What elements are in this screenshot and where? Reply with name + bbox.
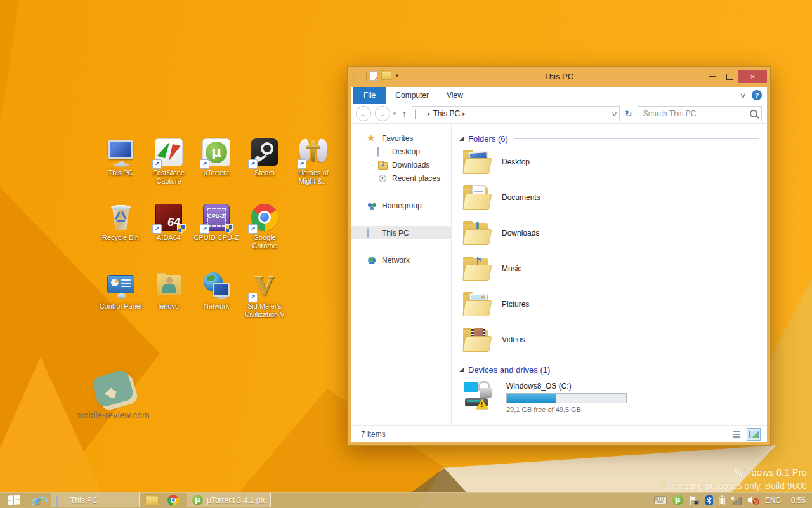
tab-computer[interactable]: Computer: [386, 87, 438, 104]
taskbar-this-pc-button[interactable]: This PC: [51, 493, 140, 507]
desktop-icon-label: Sid Meier's Civilization V: [240, 302, 289, 319]
maximize-button[interactable]: [721, 70, 738, 83]
help-icon[interactable]: ?: [752, 90, 762, 100]
bluetooth-icon[interactable]: [705, 495, 713, 505]
desktop-icon-civ5[interactable]: V ↗ Sid Meier's Civilization V: [240, 271, 289, 319]
capacity-bar: [506, 393, 627, 403]
expand-ribbon-icon[interactable]: ∨: [739, 91, 746, 100]
tab-file[interactable]: File: [353, 87, 386, 104]
navigation-pane: ★ Favorites Desktop ↓ Downloads Recent p…: [351, 124, 452, 425]
nav-label: Homegroup: [382, 201, 422, 210]
desktop-mini-icon: [377, 147, 388, 156]
pictures-folder-icon: [462, 291, 491, 317]
nav-item-network[interactable]: Network: [351, 253, 451, 267]
desktop-icon-this-pc[interactable]: This PC: [96, 137, 145, 177]
address-bar: ← → ▼ ↑ ▸ This PC ▸ ∨ ↻: [351, 104, 767, 124]
desktop-icon-faststone[interactable]: ↗ FastStone Capture: [145, 137, 193, 185]
folder-item-music[interactable]: ♪ Music: [459, 251, 650, 286]
minimize-button[interactable]: [704, 70, 721, 83]
battery-icon[interactable]: [719, 495, 725, 505]
forward-button[interactable]: →: [375, 106, 390, 121]
desktop-root: { "desktop": { "icons": [ {"label": "Thi…: [0, 0, 812, 508]
nav-item-favorites[interactable]: ★ Favorites: [351, 131, 451, 145]
volume-muted-icon[interactable]: [747, 495, 759, 505]
aida64-icon: 64 ↗: [154, 202, 184, 232]
desktop-icon-label: Network: [192, 302, 240, 311]
desktop-folder-icon: [462, 149, 491, 175]
desktop-icon-cpuz[interactable]: CPU-Z ↗ CPUID CPU-Z: [192, 202, 240, 242]
item-count: 7 items: [361, 430, 386, 439]
collapse-group-icon[interactable]: [459, 137, 464, 141]
mobile-review-text: mobile-review.com: [75, 410, 151, 420]
desktop-icon-recycle-bin[interactable]: Recycle Bin: [96, 202, 145, 242]
address-dropdown-icon[interactable]: ∨: [611, 110, 617, 117]
network-signal-icon[interactable]: [731, 496, 742, 505]
desktop-icon-chrome[interactable]: ↗ Google Chrome: [240, 202, 289, 250]
desktop-icon-label: CPUID CPU-Z: [192, 234, 240, 242]
uac-shield-icon: [225, 224, 233, 234]
taskbar-chrome-button[interactable]: [162, 492, 184, 508]
shortcut-arrow-icon: ↗: [248, 224, 258, 234]
back-button[interactable]: ←: [356, 106, 371, 121]
heroes-icon: ↗: [298, 137, 329, 168]
nav-item-downloads[interactable]: ↓ Downloads: [351, 158, 451, 171]
taskbar-utorrent-button[interactable]: µTorrent 3.4.1 (buil...: [187, 493, 271, 507]
tab-view[interactable]: View: [438, 87, 472, 104]
desktop-icon-steam[interactable]: ↗ Steam: [240, 137, 289, 177]
up-button[interactable]: ↑: [402, 109, 407, 119]
refresh-icon[interactable]: ↻: [625, 109, 632, 119]
collapse-group-icon[interactable]: [459, 368, 464, 372]
folder-item-documents[interactable]: Documents: [459, 180, 650, 215]
chrome-icon: [167, 495, 179, 506]
start-button[interactable]: [0, 492, 27, 508]
folder-item-pictures[interactable]: Pictures: [459, 286, 650, 322]
this-pc-icon: [56, 496, 67, 504]
folder-item-downloads[interactable]: ↓ Downloads: [459, 215, 650, 251]
favorites-star-icon: ★: [367, 134, 377, 143]
taskbar-file-explorer-button[interactable]: [141, 492, 162, 508]
close-button[interactable]: ×: [738, 70, 767, 83]
items-view: Folders (6) Desktop Documents ↓ Download…: [452, 124, 767, 425]
breadcrumb[interactable]: This PC: [433, 109, 460, 118]
touch-keyboard-icon[interactable]: [654, 496, 667, 504]
details-view-button[interactable]: [730, 428, 743, 441]
large-icons-view-button[interactable]: [747, 428, 761, 441]
shortcut-arrow-icon: ↗: [297, 159, 306, 169]
desktop-icon-control-panel[interactable]: Control Panel: [96, 271, 145, 311]
group-header-folders[interactable]: Folders (6): [459, 133, 759, 144]
search-icon[interactable]: [750, 110, 757, 117]
explorer-window: ▼ This PC × File Computer View ∨ ? ← → ▼…: [347, 66, 771, 446]
desktop-icon-label: µTorrent: [192, 169, 240, 177]
utorrent-icon: µ ↗: [201, 137, 232, 168]
recent-locations-icon[interactable]: ▼: [392, 111, 397, 117]
system-drive-icon: [464, 380, 496, 410]
nav-item-desktop[interactable]: Desktop: [351, 145, 451, 158]
language-indicator[interactable]: ENG: [765, 496, 782, 505]
search-box[interactable]: [638, 106, 762, 121]
faststone-icon: ↗: [154, 137, 184, 168]
taskbar-button-label: This PC: [70, 496, 98, 505]
search-input[interactable]: [642, 109, 750, 119]
folder-item-videos[interactable]: Videos: [459, 322, 650, 358]
action-center-flag-icon[interactable]: [689, 495, 700, 505]
group-header-devices[interactable]: Devices and drives (1): [459, 364, 759, 375]
desktop-icon-heroes[interactable]: ↗ Heroes of Might &...: [289, 137, 337, 185]
desktop-icon-aida64[interactable]: 64 ↗ AIDA64: [145, 202, 193, 242]
title-bar[interactable]: ▼ This PC ×: [348, 67, 770, 87]
nav-item-this-pc[interactable]: This PC: [351, 226, 451, 239]
nav-label: Network: [382, 256, 410, 265]
desktop-icon-network[interactable]: Network: [192, 271, 240, 311]
folder-item-desktop[interactable]: Desktop: [459, 144, 650, 180]
address-breadcrumb-box[interactable]: ▸ This PC ▸ ∨: [412, 106, 620, 121]
tray-utorrent-icon[interactable]: [672, 495, 683, 505]
nav-item-recent-places[interactable]: Recent places: [351, 171, 451, 185]
file-explorer-icon: [145, 495, 159, 505]
drive-item-c[interactable]: Windows8_OS (C:) 29,1 GB free of 49,5 GB: [459, 380, 662, 413]
taskbar-ie-button[interactable]: e: [27, 492, 49, 508]
shortcut-arrow-icon: ↗: [152, 224, 162, 234]
desktop-icon-utorrent[interactable]: µ ↗ µTorrent: [192, 137, 240, 177]
nav-label: Recent places: [392, 174, 440, 183]
nav-item-homegroup[interactable]: Homegroup: [351, 199, 451, 212]
clock[interactable]: 0:56: [791, 496, 806, 505]
desktop-icon-lenovo-folder[interactable]: lenovo: [145, 271, 193, 311]
